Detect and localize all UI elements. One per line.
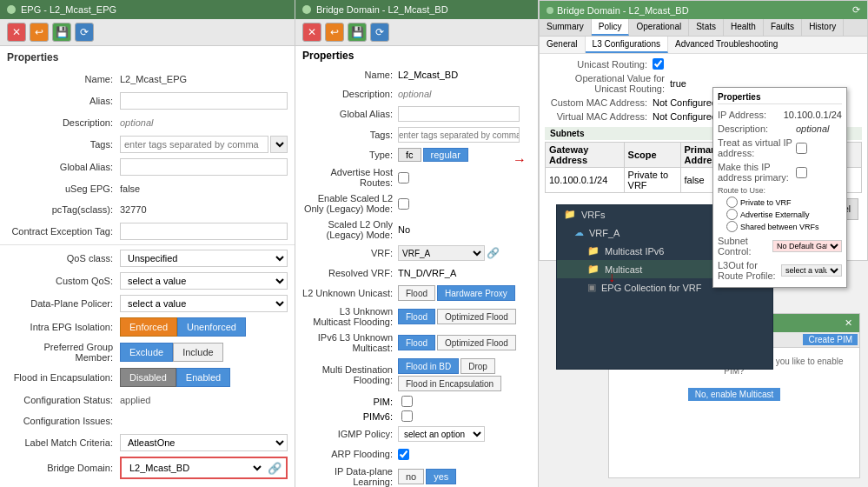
close-button[interactable]: ✕ <box>7 23 26 42</box>
popup-l3OutForRoute-label: L3Out for Route Profile: <box>718 260 781 281</box>
type-regular-btn[interactable]: regular <box>423 148 468 162</box>
m-desc-value: optional <box>398 89 432 99</box>
m-l3Unknown-label: L3 Unknown Multicast Flooding: <box>302 306 398 327</box>
contractException-input[interactable] <box>120 223 288 240</box>
m-ipDataPlane-yes-btn[interactable]: yes <box>426 469 456 484</box>
routeToUse-private-radio[interactable] <box>726 197 738 208</box>
m-arpFlooding-checkbox[interactable] <box>398 449 409 460</box>
popup-l3OutForRoute-select[interactable]: select a value <box>781 264 842 277</box>
tab-stats[interactable]: Stats <box>689 19 724 36</box>
customMac-value: Not Configured <box>653 97 717 108</box>
m-ipv6L3-optimizedFlood-btn[interactable]: Optimized Flood <box>437 335 516 350</box>
dataPlanePolicer-label: Data-Plane Policer: <box>7 298 120 309</box>
m-ipDataPlane-no-btn[interactable]: no <box>398 469 424 484</box>
m-multiDest-drop-btn[interactable]: Drop <box>461 358 495 374</box>
tab-summary[interactable]: Summary <box>540 19 592 36</box>
routeToUse-advertise-radio[interactable] <box>726 209 738 220</box>
popup-subnetControl-select[interactable]: No Default Gateway <box>772 240 842 252</box>
tags-dropdown[interactable] <box>270 136 288 153</box>
create-pim-btn[interactable]: Create PIM <box>803 334 858 345</box>
customQos-select[interactable]: select a value <box>120 272 288 290</box>
m-tags-input[interactable] <box>398 127 520 143</box>
dataPlanePolicer-row: Data-Plane Policer: select a value <box>0 292 295 315</box>
globalAlias-row: Global Alias: <box>0 156 295 178</box>
m-multiDest-floodInEncap-btn[interactable]: Flood in Encapsulation <box>398 376 501 391</box>
m-l3Unknown-optimizedFlood-btn[interactable]: Optimized Flood <box>437 309 516 324</box>
m-l2Unknown-flood-btn[interactable]: Flood <box>398 285 435 301</box>
bd-history-icon[interactable]: ⟳ <box>852 4 860 16</box>
tab-policy[interactable]: Policy <box>592 19 630 36</box>
m-igmpPolicy-select[interactable]: select an option <box>398 426 485 442</box>
middle-toolbar: ✕ ↩ 💾 ⟳ <box>295 19 538 46</box>
save-button[interactable]: 💾 <box>52 23 71 42</box>
subtab-l3configurations[interactable]: L3 Configurations <box>586 37 668 53</box>
mcast-close-icon[interactable]: ✕ <box>845 317 852 329</box>
bridgeDomain-link-icon[interactable]: 🔗 <box>264 462 285 475</box>
m-advertiseHostRoutes-label: Advertise Host Routes: <box>302 167 398 188</box>
bridgeDomain-label: Bridge Domain: <box>7 463 120 473</box>
col-scope: Scope <box>624 143 680 168</box>
subnet-popup: Properties IP Address: 10.100.0.1/24 Des… <box>712 87 847 288</box>
routeToUse-shared-radio[interactable] <box>726 221 738 232</box>
popup-makeThisIp-checkbox[interactable] <box>796 167 807 178</box>
subtab-general[interactable]: General <box>540 37 586 53</box>
preferredGroup-label: Preferred Group Member: <box>7 342 120 363</box>
tab-operational[interactable]: Operational <box>629 19 689 36</box>
labelMatch-select[interactable]: AtleastOne <box>120 434 288 451</box>
popup-treatAsVirtual-checkbox[interactable] <box>796 143 807 154</box>
m-enableScaled-checkbox[interactable] <box>398 198 409 210</box>
description-label: Description: <box>7 117 120 128</box>
qosClass-select[interactable]: Unspecified <box>120 250 288 267</box>
middle-close-btn[interactable]: ✕ <box>302 23 321 42</box>
intraEpg-enforced-btn[interactable]: Enforced <box>120 317 177 337</box>
bridgeDomain-select[interactable]: L2_Mcast_BD <box>123 459 264 477</box>
bridgeDomain-row: Bridge Domain: L2_Mcast_BD 🔗 <box>0 454 295 482</box>
floodEncap-disabled-btn[interactable]: Disabled <box>120 368 176 387</box>
description-value: optional <box>120 117 288 128</box>
m-igmpPolicy-label: IGMP Policy: <box>302 429 398 439</box>
epgCollection-icon: ▣ <box>587 282 596 293</box>
m-l2Unknown-hardwareProxy-btn[interactable]: Hardware Proxy <box>437 285 515 301</box>
bd-status-dot <box>547 7 553 14</box>
tags-input[interactable] <box>120 136 268 153</box>
m-l2Unknown-label: L2 Unknown Unicast: <box>302 288 398 298</box>
floodEncap-enabled-btn[interactable]: Enabled <box>176 368 230 387</box>
popup-routeToUse-label: Route to Use: <box>718 186 765 195</box>
m-ipv6L3-flood-btn[interactable]: Flood <box>398 335 435 350</box>
m-pim-checkbox[interactable] <box>401 396 413 407</box>
preferredGroup-exclude-btn[interactable]: Exclude <box>120 343 173 362</box>
refresh-button[interactable]: ⟳ <box>75 23 94 42</box>
alias-input[interactable] <box>120 92 288 110</box>
tab-faults[interactable]: Faults <box>764 19 802 36</box>
qosClass-row: QoS class: Unspecified <box>0 247 295 270</box>
m-advertiseHostRoutes-checkbox[interactable] <box>398 172 409 183</box>
subtab-advancedTroubleshooting[interactable]: Advanced Troubleshooting <box>668 37 785 53</box>
dataPlanePolicer-select[interactable]: select a value <box>120 295 288 312</box>
popup-ipAddress-value: 10.100.0.1/24 <box>784 110 842 120</box>
m-vrf-link-icon[interactable]: 🔗 <box>487 247 500 259</box>
tab-health[interactable]: Health <box>724 19 764 36</box>
globalAlias-label: Global Alias: <box>7 162 120 172</box>
m-l3Unknown-flood-btn[interactable]: Flood <box>398 309 435 324</box>
middle-refresh-btn[interactable]: ⟳ <box>370 23 389 42</box>
m-pimv6-checkbox[interactable] <box>401 410 413 422</box>
preferredGroup-include-btn[interactable]: Include <box>173 343 222 362</box>
undo-button[interactable]: ↩ <box>30 23 49 42</box>
unicastRouting-checkbox[interactable] <box>653 58 664 70</box>
bd-tabs: Summary Policy Operational Stats Health … <box>540 19 867 37</box>
m-globalAlias-input[interactable] <box>398 106 520 122</box>
enable-multicast-btn[interactable]: No, enable Multicast <box>688 388 781 401</box>
globalAlias-input[interactable] <box>120 158 288 176</box>
contractException-row: Contract Exception Tag: <box>0 220 295 243</box>
floodEncap-toggle: Disabled Enabled <box>120 368 230 387</box>
m-vrf-row: VRF: VRF_A 🔗 <box>295 243 538 264</box>
m-vrf-select[interactable]: VRF_A <box>398 245 485 261</box>
type-fc-btn[interactable]: fc <box>398 148 421 162</box>
middle-save-btn[interactable]: 💾 <box>348 23 367 42</box>
middle-undo-btn[interactable]: ↩ <box>325 23 344 42</box>
configIssues-row: Configuration Issues: <box>0 410 295 431</box>
intraEpg-unenforced-btn[interactable]: Unenforced <box>177 317 246 337</box>
tab-history[interactable]: History <box>802 19 844 36</box>
middle-panel: Bridge Domain - L2_Mcast_BD ✕ ↩ 💾 ⟳ Prop… <box>295 0 539 487</box>
m-multiDest-floodInBD-btn[interactable]: Flood in BD <box>398 358 459 374</box>
